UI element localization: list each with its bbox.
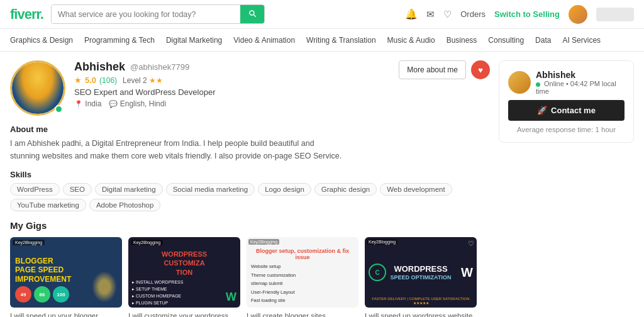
nav-item-video[interactable]: Video & Animation — [233, 36, 295, 45]
wishlist-icon[interactable]: ♡ — [443, 9, 452, 20]
gig-tag-4: Key2Blogging — [367, 239, 397, 245]
nav-item-data[interactable]: Data — [535, 36, 551, 45]
about-text: I am Abhishek padhi, a Digital Entrepren… — [10, 137, 343, 162]
nav-item-music[interactable]: Music & Audio — [387, 36, 435, 45]
header-icons: 🔔 ✉ ♡ Orders Switch to Selling — [405, 5, 634, 24]
response-time: Average response time: 1 hour — [508, 126, 625, 133]
gig-desc-4: I will speed up wordpress website in pag… — [365, 311, 477, 317]
sidebar-card: Abhishek Online • 04:42 PM local time 🚀 … — [499, 60, 634, 143]
skill-tag[interactable]: Adobe Photoshop — [89, 199, 160, 211]
skill-tag[interactable]: SEO — [63, 183, 92, 196]
search-input[interactable] — [52, 5, 240, 23]
profile-rating-row: ★ 5.0 (106) Level 2 ★★ — [74, 75, 390, 85]
nav-item-writing[interactable]: Writing & Translation — [306, 36, 376, 45]
nav-item-business[interactable]: Business — [447, 36, 477, 45]
gig-card-3[interactable]: Key2Blogging Blogger setup, customizatio… — [247, 237, 358, 317]
skills-section: Skills WordPress SEO Digital marketing S… — [10, 170, 490, 211]
username-placeholder — [596, 8, 634, 21]
skills-title: Skills — [10, 170, 490, 179]
languages-item: 💬 English, Hindi — [109, 99, 166, 108]
skill-tag[interactable]: Web development — [380, 183, 452, 196]
skill-tag[interactable]: YouTube marketing — [10, 199, 86, 211]
nav-item-graphics[interactable]: Graphics & Design — [10, 36, 73, 45]
header: fiverr. 🔔 ✉ ♡ Orders Switch to Selling — [0, 0, 644, 29]
search-icon — [248, 9, 257, 18]
main-nav: Graphics & Design Programming & Tech Dig… — [0, 29, 644, 52]
profile-avatar-container — [10, 60, 65, 116]
switch-selling-link[interactable]: Switch to Selling — [494, 9, 560, 19]
gig-card-4[interactable]: Key2Blogging ♡ WORDPRESS SPEED OPTIMIZAT… — [365, 237, 477, 317]
gigs-title: My Gigs — [10, 220, 490, 231]
about-section: About me I am Abhishek padhi, a Digital … — [10, 125, 490, 162]
gig-thumb-4: Key2Blogging ♡ WORDPRESS SPEED OPTIMIZAT… — [365, 237, 477, 308]
sidebar-user-info: Abhishek Online • 04:42 PM local time — [508, 70, 625, 95]
logo[interactable]: fiverr. — [10, 6, 43, 23]
skill-tag[interactable]: Social media marketing — [166, 183, 255, 196]
profile-title: SEO Expert and WordPress Developer — [74, 87, 390, 97]
score-100: 100 — [53, 286, 69, 303]
search-button[interactable] — [240, 5, 264, 23]
gigs-section: My Gigs Key2Blogging BLOGGERPAGE SPEEDIM… — [10, 220, 490, 317]
gig-thumb-2: Key2Blogging WORDPRESSCUSTOMIZATION ▸ IN… — [128, 237, 240, 308]
gig-tag-3: Key2Blogging — [248, 239, 279, 245]
about-title: About me — [10, 125, 490, 134]
main-content: Abhishek @abhishek7799 ★ 5.0 (106) Level… — [0, 52, 644, 317]
envelope-icon[interactable]: ✉ — [426, 9, 435, 20]
stars-icon: ★ — [74, 75, 82, 85]
skill-tag[interactable]: Logo design — [258, 183, 311, 196]
gig-tag-2: Key2Blogging — [131, 240, 163, 245]
nav-item-programming[interactable]: Programming & Tech — [84, 36, 155, 45]
favorite-heart-btn[interactable]: ♥ — [471, 60, 490, 79]
gig-card-2[interactable]: Key2Blogging WORDPRESSCUSTOMIZATION ▸ IN… — [128, 237, 240, 317]
online-dot-small — [536, 82, 540, 87]
contact-icon: 🚀 — [537, 106, 547, 115]
profile-name: Abhishek — [74, 60, 125, 74]
chat-icon: 💬 — [109, 100, 118, 108]
gig-desc-3: I will create blogger sites, customize a… — [247, 311, 358, 317]
profile-username: @abhishek7799 — [130, 62, 189, 72]
nav-item-marketing[interactable]: Digital Marketing — [166, 36, 222, 45]
gig-card-1[interactable]: Key2Blogging BLOGGERPAGE SPEEDIMPROVEMEN… — [10, 237, 122, 317]
gig-desc-2: I will customize your wordpress website — [128, 311, 240, 317]
orders-link[interactable]: Orders — [460, 9, 486, 19]
contact-btn[interactable]: 🚀 Contact me — [508, 100, 625, 121]
gigs-grid: Key2Blogging BLOGGERPAGE SPEEDIMPROVEMEN… — [10, 237, 490, 317]
nav-item-consulting[interactable]: Consulting — [488, 36, 524, 45]
skill-tag[interactable]: WordPress — [10, 183, 60, 196]
profile-header: Abhishek @abhishek7799 ★ 5.0 (106) Level… — [10, 60, 490, 116]
profile-name-row: Abhishek @abhishek7799 — [74, 60, 390, 74]
profile-actions: More about me ♥ — [399, 60, 490, 79]
gig-thumb-3: Key2Blogging Blogger setup, customizatio… — [247, 237, 358, 308]
location-item: 📍 India — [74, 99, 101, 108]
sidebar-name-status: Abhishek Online • 04:42 PM local time — [536, 70, 625, 95]
profile-meta: 📍 India 💬 English, Hindi — [74, 99, 390, 108]
sidebar-status: Online • 04:42 PM local time — [536, 80, 625, 95]
level-badge: Level 2 ★★ — [123, 76, 163, 85]
more-about-btn[interactable]: More about me — [399, 60, 466, 79]
gig-tag-1: Key2Blogging — [13, 240, 45, 245]
nav-item-ai[interactable]: AI Services — [562, 36, 601, 45]
gig-desc-1: I will speed up your blogger loading spe… — [10, 311, 122, 317]
bell-icon[interactable]: 🔔 — [405, 8, 418, 20]
search-bar — [51, 4, 265, 24]
score-86: 86 — [34, 286, 50, 303]
sidebar-username: Abhishek — [536, 70, 625, 80]
online-indicator — [55, 105, 63, 113]
score-49: 49 — [15, 286, 31, 303]
profile-info: Abhishek @abhishek7799 ★ 5.0 (106) Level… — [74, 60, 390, 108]
skills-tags: WordPress SEO Digital marketing Social m… — [10, 183, 490, 211]
sidebar-avatar — [508, 71, 531, 94]
location-icon: 📍 — [74, 100, 83, 108]
skill-tag[interactable]: Digital marketing — [95, 183, 163, 196]
avatar[interactable] — [569, 5, 587, 24]
rating-count[interactable]: (106) — [99, 76, 117, 85]
profile-section: Abhishek @abhishek7799 ★ 5.0 (106) Level… — [10, 60, 490, 317]
skill-tag[interactable]: Graphic design — [314, 183, 377, 196]
gig-thumb-1: Key2Blogging BLOGGERPAGE SPEEDIMPROVEMEN… — [10, 237, 122, 308]
level-stars-icon: ★★ — [149, 76, 163, 85]
rating-value: 5.0 — [85, 75, 96, 85]
